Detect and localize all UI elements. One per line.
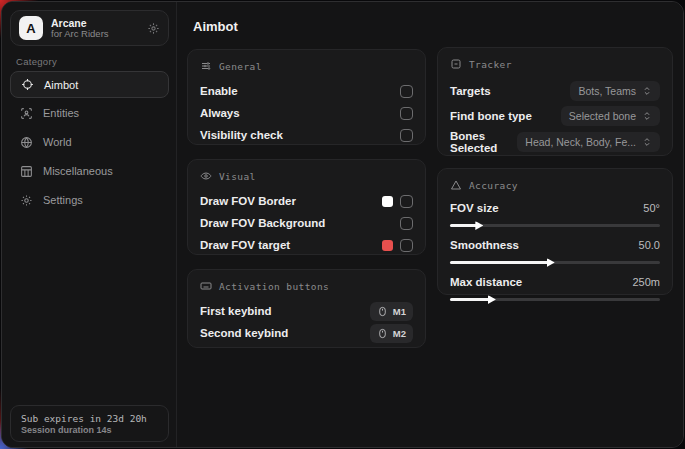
setting-label: Draw FOV Background — [200, 217, 325, 229]
visibility-check-checkbox[interactable] — [400, 129, 413, 142]
entities-scan-icon — [20, 107, 33, 120]
section-title: Accuracy — [469, 180, 518, 191]
smoothness-value: 50.0 — [639, 239, 660, 251]
keybind-value: M2 — [393, 328, 406, 339]
sidebar-item-aimbot[interactable]: Aimbot — [10, 71, 169, 98]
brand-text: Arcane for Arc Riders — [51, 17, 139, 40]
setting-label: Always — [200, 107, 240, 119]
setting-label: Find bone type — [450, 110, 532, 122]
session-duration-text: Session duration 14s — [21, 425, 158, 435]
crosshair-icon — [21, 78, 34, 91]
second-keybind-button[interactable]: M2 — [370, 324, 413, 343]
page-title: Aimbot — [193, 19, 238, 34]
section-title: General — [219, 61, 262, 72]
general-card: General Enable Always Visibility check — [187, 49, 426, 145]
setting-row-fov-target: Draw FOV target — [200, 234, 413, 256]
accuracy-card: Accuracy FOV size 50° Smoothness 50.0 — [437, 168, 673, 295]
setting-row-find-bone-type: Find bone type Selected bone — [450, 103, 660, 129]
enable-checkbox[interactable] — [400, 85, 413, 98]
mouse-icon — [377, 328, 388, 339]
targets-select[interactable]: Bots, Teams — [570, 81, 660, 101]
setting-label: Draw FOV Border — [200, 195, 296, 207]
fov-border-color-swatch[interactable] — [382, 196, 393, 207]
section-title: Visual — [219, 171, 256, 182]
setting-label: Smoothness — [450, 239, 519, 251]
select-value: Bots, Teams — [578, 85, 636, 97]
eye-icon — [200, 170, 212, 182]
sidebar-item-miscellaneous[interactable]: Miscellaneous — [10, 157, 169, 185]
square-minus-icon — [450, 58, 462, 70]
setting-row-fov-background: Draw FOV Background — [200, 212, 413, 234]
subscription-card: Sub expires in 23d 20h Session duration … — [10, 405, 169, 442]
max-distance-slider[interactable] — [450, 298, 660, 301]
setting-label: Bones Selected — [450, 130, 517, 154]
section-title: Activation buttons — [219, 281, 329, 292]
chevrons-up-down-icon — [642, 111, 652, 121]
smoothness-slider[interactable] — [450, 261, 660, 264]
first-keybind-button[interactable]: M1 — [370, 302, 413, 321]
refresh-icon[interactable] — [147, 22, 160, 35]
activation-card: Activation buttons First keybind M1 Seco… — [187, 269, 426, 348]
setting-row-targets: Targets Bots, Teams — [450, 78, 660, 103]
fov-target-color-swatch[interactable] — [382, 240, 393, 251]
fov-size-slider[interactable] — [450, 224, 660, 227]
visual-card: Visual Draw FOV Border Draw FOV Backgrou… — [187, 159, 426, 255]
setting-row-first-keybind: First keybind M1 — [200, 300, 413, 322]
slider-fill — [450, 298, 490, 301]
fov-size-value: 50° — [643, 202, 660, 214]
sidebar-item-world[interactable]: World — [10, 128, 169, 156]
sidebar-item-label: Aimbot — [44, 79, 78, 91]
fov-background-checkbox[interactable] — [400, 217, 413, 230]
tracker-header: Tracker — [450, 58, 660, 70]
sidebar-nav: Aimbot Entities — [10, 71, 169, 215]
find-bone-type-select[interactable]: Selected bone — [561, 106, 660, 126]
chevrons-up-down-icon — [642, 86, 652, 96]
gear-icon — [20, 194, 33, 207]
visual-header: Visual — [200, 170, 413, 182]
setting-label: First keybind — [200, 305, 272, 317]
keyboard-icon — [200, 280, 212, 292]
sidebar-item-entities[interactable]: Entities — [10, 99, 169, 127]
accuracy-header: Accuracy — [450, 179, 660, 191]
setting-row-max-distance: Max distance 250m — [450, 273, 660, 301]
sidebar-item-label: Miscellaneous — [43, 165, 113, 177]
slider-fill — [450, 261, 549, 264]
chevrons-up-down-icon — [642, 137, 652, 147]
app-window: A Arcane for Arc Riders Category — [1, 1, 684, 448]
sliders-icon — [200, 60, 212, 72]
setting-row-fov-border: Draw FOV Border — [200, 190, 413, 212]
fov-target-checkbox[interactable] — [400, 239, 413, 252]
mouse-icon — [377, 306, 388, 317]
globe-icon — [20, 136, 33, 149]
always-checkbox[interactable] — [400, 107, 413, 120]
max-distance-value: 250m — [632, 276, 660, 288]
setting-label: FOV size — [450, 202, 499, 214]
sidebar-item-label: Settings — [43, 194, 83, 206]
grid-icon — [20, 165, 33, 178]
setting-row-bones-selected: Bones Selected Head, Neck, Body, Fe... — [450, 129, 660, 155]
setting-row-enable: Enable — [200, 80, 413, 102]
fov-border-checkbox[interactable] — [400, 195, 413, 208]
setting-row-fov-size: FOV size 50° — [450, 199, 660, 227]
setting-label: Second keybind — [200, 327, 288, 339]
category-label: Category — [16, 56, 57, 67]
setting-label: Max distance — [450, 276, 522, 288]
select-value: Selected bone — [569, 110, 636, 122]
setting-row-second-keybind: Second keybind M2 — [200, 322, 413, 344]
setting-label: Targets — [450, 85, 491, 97]
bones-selected-select[interactable]: Head, Neck, Body, Fe... — [517, 132, 660, 152]
brand-name: Arcane — [51, 17, 139, 29]
select-value: Head, Neck, Body, Fe... — [525, 136, 636, 148]
slider-fill — [450, 224, 477, 227]
sidebar: A Arcane for Arc Riders Category — [2, 2, 177, 447]
setting-label: Draw FOV target — [200, 239, 290, 251]
sub-expires-text: Sub expires in 23d 20h — [21, 413, 158, 424]
section-title: Tracker — [469, 59, 512, 70]
sidebar-item-settings[interactable]: Settings — [10, 186, 169, 214]
setting-row-visibility-check: Visibility check — [200, 124, 413, 146]
brand-card: A Arcane for Arc Riders — [10, 10, 169, 46]
triangle-icon — [450, 179, 462, 191]
brand-logo: A — [19, 16, 43, 40]
brand-subtitle: for Arc Riders — [51, 29, 139, 40]
sidebar-item-label: World — [43, 136, 72, 148]
